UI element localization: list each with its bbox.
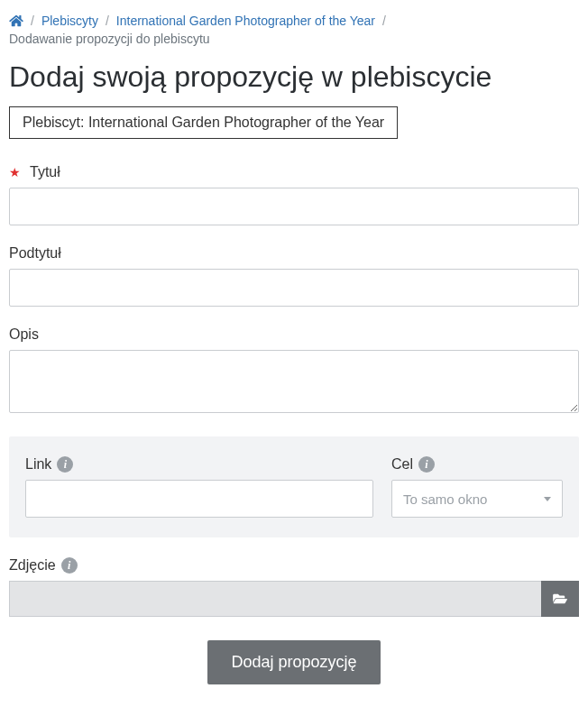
required-star: ★ [9, 165, 21, 179]
folder-open-icon [552, 592, 568, 605]
info-icon[interactable]: i [57, 456, 73, 473]
subtitle-input[interactable] [9, 269, 579, 307]
image-path-display [9, 581, 541, 617]
chevron-down-icon [544, 497, 551, 501]
info-icon[interactable]: i [61, 557, 78, 574]
info-icon[interactable]: i [418, 456, 435, 473]
link-input[interactable] [25, 480, 373, 518]
description-label: Opis [9, 326, 39, 343]
field-subtitle: Podtytuł [9, 245, 579, 307]
browse-button[interactable] [541, 581, 579, 617]
field-title: ★ Tytuł [9, 164, 579, 225]
breadcrumb-contest[interactable]: International Garden Photographer of the… [116, 14, 375, 28]
submit-row: Dodaj propozycję [9, 640, 579, 684]
breadcrumb-sep: / [379, 14, 390, 28]
target-label: Cel [391, 456, 413, 473]
breadcrumb-plebiscyty[interactable]: Plebiscyty [41, 14, 98, 28]
breadcrumb: / Plebiscyty / International Garden Phot… [9, 9, 579, 53]
image-label: Zdjęcie [9, 557, 56, 574]
home-icon [9, 14, 23, 27]
field-description: Opis [9, 326, 579, 417]
breadcrumb-current: Dodawanie propozycji do plebiscytu [9, 32, 210, 46]
field-image: Zdjęcie i [9, 557, 579, 617]
field-link: Link i [25, 456, 373, 518]
title-input[interactable] [9, 188, 579, 225]
title-label: Tytuł [30, 164, 60, 180]
page-title: Dodaj swoją propozycję w plebiscycie [9, 60, 579, 94]
breadcrumb-sep: / [102, 14, 113, 28]
breadcrumb-sep: / [27, 14, 38, 28]
subtitle-label: Podtytuł [9, 245, 61, 262]
field-target: Cel i To samo okno [391, 456, 563, 518]
link-target-panel: Link i Cel i To samo okno [9, 436, 579, 537]
plebiscyt-badge: Plebiscyt: International Garden Photogra… [9, 106, 398, 139]
target-selected-value: To samo okno [403, 491, 487, 507]
link-label: Link [25, 456, 51, 473]
home-link[interactable] [9, 14, 23, 28]
description-input[interactable] [9, 350, 579, 413]
submit-button[interactable]: Dodaj propozycję [207, 640, 380, 684]
target-select[interactable]: To samo okno [391, 480, 563, 518]
